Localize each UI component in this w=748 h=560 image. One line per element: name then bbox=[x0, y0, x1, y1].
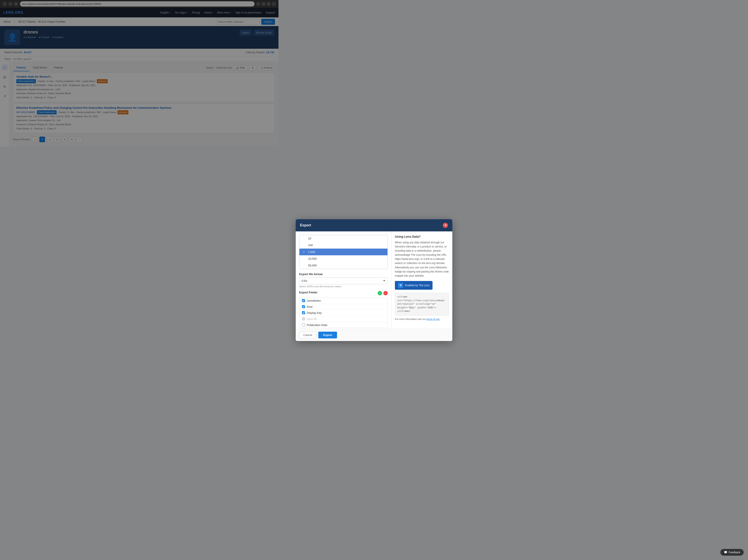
modal-overlay: Export ✕ 10 100 ✓ 1,00 bbox=[0, 0, 279, 209]
